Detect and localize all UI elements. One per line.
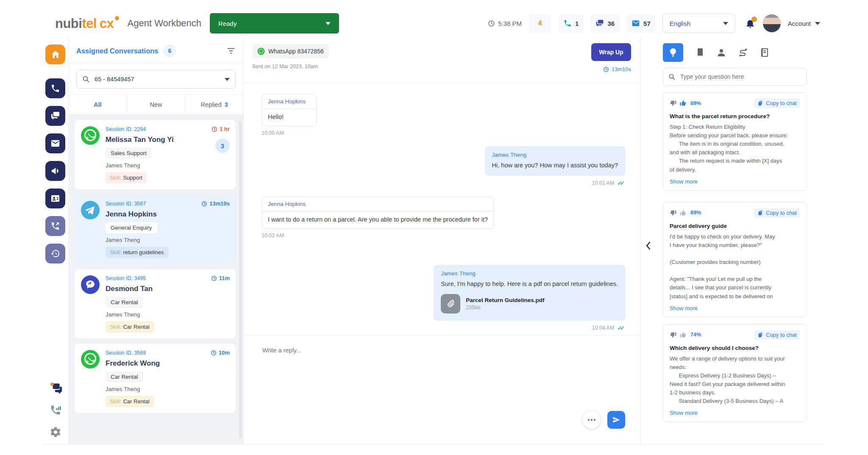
match-score: 74% [690,332,701,338]
thumb-down-icon[interactable] [670,209,677,216]
message-timestamp: 10:02 AM [262,233,494,239]
conversations-title: Assigned Conversations [76,47,158,55]
conversation-card-selected[interactable]: Session ID: 3567 13m10s Jenna Hopkins Ge… [75,194,236,264]
team-chat-icon [49,382,62,394]
conversation-list: Session ID: 2294 1 hr Melissa Tan Yong Y… [69,115,243,444]
message-text: Sure, I'm happy to help. Here is a pdf o… [441,280,618,287]
session-id: Session ID: 3495 [106,275,146,281]
thumb-down-icon[interactable] [670,100,677,107]
send-button[interactable] [607,411,625,429]
copy-to-chat-button[interactable]: Copy to chat [754,208,800,218]
book-icon [760,47,770,58]
show-more-link[interactable]: Show more [670,305,800,311]
knowledge-search-box[interactable] [663,68,807,86]
copy-to-chat-button[interactable]: Copy to chat [754,330,800,340]
filter-icon [226,46,236,55]
agent-status-dropdown[interactable]: Ready [210,13,339,33]
tab-knowledge-base[interactable] [760,47,770,58]
chat-panel: WhatsApp 83472856 Sent on 12 Mar 2023, 1… [244,38,641,444]
conversation-card[interactable]: Session ID: 3569 10m Frederick Wong Car … [75,344,236,413]
knowledge-search-input[interactable] [679,73,801,80]
conversation-search-box[interactable] [76,70,236,89]
whatsapp-icon [81,350,100,369]
contact-card-icon [50,194,60,203]
sidebar-item-outbound-call[interactable] [45,216,65,236]
sidebar-item-home[interactable] [45,44,65,64]
sidebar-item-chats[interactable] [45,106,65,126]
chevron-down-icon [723,22,728,25]
tab-new[interactable]: New [127,95,185,114]
lightbulb-icon [668,47,678,58]
app-title: Agent Workbench [128,18,201,29]
queue-counter[interactable]: 4 [529,14,551,33]
call-monitor-button[interactable] [50,404,61,416]
tab-customer-profile[interactable] [716,47,726,58]
tab-replied[interactable]: Replied 3 [185,95,243,114]
customer-name: Melissa Tan Yong Yi [106,136,174,144]
thumb-down-icon[interactable] [670,331,677,338]
sidebar-item-contacts[interactable] [45,189,65,208]
tab-scripts[interactable] [695,47,705,58]
show-more-link[interactable]: Show more [670,410,800,416]
match-score: 89% [690,210,701,216]
top-bar-right: 5:38 PM 4 1 36 57 English [488,14,820,33]
current-time: 5:38 PM [498,20,522,27]
sidebar-item-history[interactable] [45,244,65,264]
send-icon [612,416,620,424]
call-count: 1 [575,20,579,27]
tab-all[interactable]: All [69,95,127,114]
skill-value: return guidelines [123,249,164,255]
notifications-button[interactable] [745,18,756,29]
attachment[interactable]: Parcel Return Guidelines.pdf 235kb [441,294,618,314]
queue-tag: General Enquiry [106,222,157,233]
content-bottom-divider [42,444,824,444]
tab-suggestions[interactable] [663,43,683,62]
email-counter[interactable]: 57 [626,14,656,33]
thumb-up-icon[interactable] [679,331,687,338]
sidebar-item-campaigns[interactable] [45,161,65,181]
agent-status-label: Ready [218,20,236,27]
conversations-header: Assigned Conversations 6 [69,38,243,64]
conversation-card-body: Session ID: 3569 10m Frederick Wong Car … [106,350,230,407]
knowledge-panel: 89% Copy to chat What is the parcel retu… [659,38,824,444]
channel-chip: WhatsApp 83472856 [252,44,329,58]
sidebar-item-email[interactable] [45,133,65,153]
call-counter[interactable]: 1 [558,14,584,33]
knowledge-card-title: Parcel delivery guide [670,222,800,230]
show-more-link[interactable]: Show more [670,178,800,185]
copy-to-chat-label: Copy to chat [766,332,797,338]
chevron-down-icon[interactable] [225,78,230,81]
sidebar-item-voice[interactable] [45,78,65,98]
settings-button[interactable] [50,426,61,438]
conversation-card[interactable]: Session ID: 3495 11m Desmond Tan Car Ren… [75,269,236,338]
wrap-up-button[interactable]: Wrap Up [591,43,631,61]
language-select[interactable]: English [662,14,735,33]
ellipsis-icon [588,419,590,421]
clock-icon [603,67,609,72]
chat-counter[interactable]: 36 [590,14,620,33]
conversation-search-input[interactable] [94,75,221,83]
copy-to-chat-button[interactable]: Copy to chat [754,98,800,108]
conversation-card[interactable]: Session ID: 2294 1 hr Melissa Tan Yong Y… [75,120,236,189]
filter-button[interactable] [226,46,236,55]
message-text: I want to do a return on a parcel. Are y… [262,211,494,228]
internal-chat-button[interactable] [49,382,62,394]
account-menu[interactable]: Account [788,20,820,27]
sidebar-bottom-tools [49,382,62,444]
tab-journey[interactable] [738,47,748,58]
gear-icon [50,426,61,438]
reply-input[interactable] [262,347,534,354]
skill-tag: Skill:Car Rental [106,396,154,407]
avatar[interactable] [762,14,781,33]
agent-message: James Theng Sure, I'm happy to help. Her… [434,265,625,331]
waiting-time-value: 13m10s [209,200,230,207]
waiting-time: 13m10s [201,200,230,207]
collapse-panel-handle[interactable] [642,233,655,258]
knowledge-card-header: 74% Copy to chat [670,330,800,340]
scrollbar[interactable] [239,121,242,438]
thumb-up-icon[interactable] [679,100,687,107]
waiting-time: 10m [211,350,230,356]
more-options-button[interactable] [583,411,601,429]
message-timestamp: 10:00 AM [262,130,317,136]
thumb-up-icon[interactable] [679,209,687,216]
